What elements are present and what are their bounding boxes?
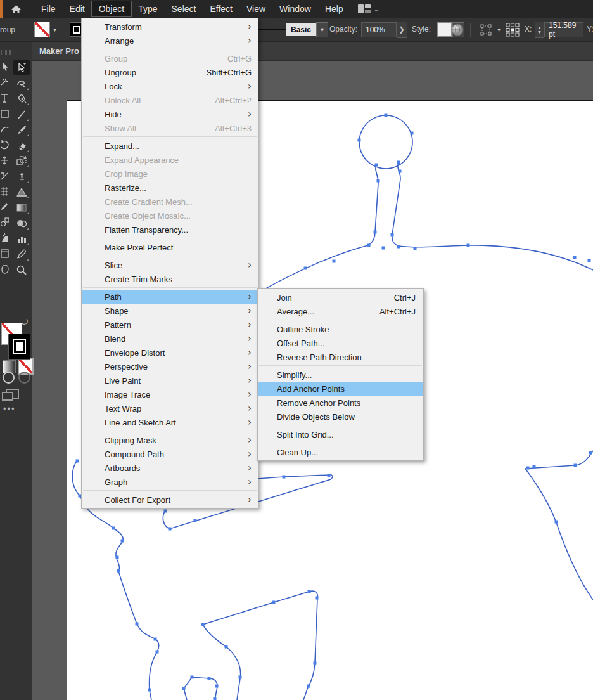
anchor-point[interactable] <box>574 464 577 467</box>
anchor-point[interactable] <box>239 676 242 679</box>
anchor-point[interactable] <box>164 510 167 513</box>
anchor-point[interactable] <box>208 677 211 680</box>
vector-path-segment[interactable] <box>392 162 593 270</box>
object-menu-item-create-trim-marks[interactable]: Create Trim Marks <box>82 272 258 286</box>
vector-path-segment[interactable] <box>247 164 378 299</box>
object-menu-item-perspective[interactable]: Perspective› <box>82 360 258 373</box>
panel-grip[interactable] <box>1 50 11 55</box>
anchor-point[interactable] <box>375 164 378 167</box>
anchor-point[interactable] <box>397 161 400 164</box>
anchor-point[interactable] <box>191 676 194 679</box>
style-swatch[interactable] <box>437 22 452 37</box>
home-icon[interactable] <box>3 0 29 18</box>
hand-tool[interactable] <box>0 262 10 277</box>
screen-mode-icon[interactable] <box>2 389 17 400</box>
object-menu-item-arrange[interactable]: Arrange› <box>82 34 258 48</box>
stroke-swatch[interactable] <box>8 334 30 360</box>
path-submenu-item-remove-anchor-points[interactable]: Remove Anchor Points <box>258 396 423 410</box>
anchor-point[interactable] <box>377 179 380 183</box>
line-segment-tool[interactable] <box>13 107 30 122</box>
object-menu-item-make-pixel-perfect[interactable]: Make Pixel Perfect <box>82 240 258 254</box>
anchor-point[interactable] <box>382 247 385 250</box>
anchor-point[interactable] <box>414 247 417 250</box>
object-menu-item-lock[interactable]: Lock› <box>82 79 258 93</box>
swap-fill-stroke-icon[interactable]: ⤾ <box>22 318 28 327</box>
anchor-point[interactable] <box>116 556 119 559</box>
object-menu-item-show-all[interactable]: Show AllAlt+Ctrl+3 <box>82 121 258 135</box>
anchor-point[interactable] <box>397 245 400 249</box>
anchor-point[interactable] <box>314 662 317 665</box>
object-menu-item-flatten-transparency[interactable]: Flatten Transparency... <box>82 223 258 237</box>
vector-path-segment[interactable] <box>525 469 593 600</box>
anchor-point[interactable] <box>308 590 311 593</box>
chevron-right-icon[interactable]: ❯ <box>397 22 407 38</box>
vector-path-segment[interactable] <box>359 115 412 169</box>
anchor-point[interactable] <box>588 259 591 262</box>
rectangle-tool[interactable] <box>0 107 10 122</box>
anchor-point[interactable] <box>374 231 377 234</box>
object-menu-item-create-gradient-mesh[interactable]: Create Gradient Mesh... <box>82 195 258 209</box>
anchor-point[interactable] <box>467 244 470 247</box>
menubar-item-window[interactable]: Window <box>272 1 318 16</box>
menubar-item-object[interactable]: Object <box>92 1 131 16</box>
opacity-input[interactable]: 100% <box>361 22 397 37</box>
path-submenu-item-simplify[interactable]: Simplify... <box>258 368 423 382</box>
anchor-point[interactable] <box>182 687 186 690</box>
anchor-point[interactable] <box>225 645 228 649</box>
anchor-point[interactable] <box>283 476 286 479</box>
menubar-item-type[interactable]: Type <box>131 1 164 16</box>
shape-builder-tool[interactable] <box>13 216 30 230</box>
anchor-point[interactable] <box>121 540 124 543</box>
anchor-point[interactable] <box>533 465 536 469</box>
object-menu-item-slice[interactable]: Slice› <box>82 258 258 272</box>
anchor-point[interactable] <box>399 170 402 173</box>
eraser-tool[interactable] <box>13 138 30 153</box>
menubar-item-select[interactable]: Select <box>165 1 203 16</box>
object-menu-item-path[interactable]: Path› <box>82 290 258 304</box>
object-menu-item-shape[interactable]: Shape› <box>82 304 258 318</box>
object-menu-item-expand[interactable]: Expand... <box>82 139 258 153</box>
path-submenu-item-outline-stroke[interactable]: Outline Stroke <box>258 322 423 336</box>
curvature-tool[interactable] <box>13 76 30 91</box>
eyedropper-tool[interactable] <box>0 200 10 215</box>
object-menu-item-group[interactable]: GroupCtrl+G <box>82 51 258 65</box>
path-submenu-item-clean-up[interactable]: Clean Up... <box>258 445 423 459</box>
opacity-control[interactable]: 100% ❯ <box>361 18 407 41</box>
anchor-point[interactable] <box>573 256 577 259</box>
anchor-point[interactable] <box>367 244 371 247</box>
path-submenu-item-split-into-grid[interactable]: Split Into Grid... <box>258 427 423 441</box>
object-menu-item-graph[interactable]: Graph› <box>82 475 258 489</box>
gradient-tool[interactable] <box>13 200 30 215</box>
anchor-point[interactable] <box>76 460 79 463</box>
anchor-point[interactable] <box>117 569 120 573</box>
vector-path-segment[interactable] <box>203 625 241 700</box>
type-tool[interactable] <box>0 91 10 106</box>
scale-tool[interactable] <box>13 153 30 168</box>
menubar-item-edit[interactable]: Edit <box>63 1 92 16</box>
anchor-point[interactable] <box>555 521 558 524</box>
object-menu-item-unlock-all[interactable]: Unlock AllAlt+Ctrl+2 <box>82 93 258 107</box>
anchor-point[interactable] <box>391 233 394 237</box>
object-menu-item-clipping-mask[interactable]: Clipping Mask› <box>82 433 258 447</box>
rotate-tool[interactable] <box>0 138 10 153</box>
reference-point-grid-icon[interactable] <box>506 18 520 41</box>
brush-definition-value[interactable]: Basic <box>286 23 316 36</box>
path-submenu-item-average[interactable]: Average...Alt+Ctrl+J <box>258 304 423 318</box>
object-menu-item-collect-for-export[interactable]: Collect For Export› <box>82 493 258 507</box>
path-submenu-item-join[interactable]: JoinCtrl+J <box>258 290 423 304</box>
bounding-box-icon[interactable]: ▾ <box>480 18 501 41</box>
mesh-tool[interactable] <box>0 185 10 199</box>
stroke-weight-preview[interactable] <box>256 18 286 41</box>
object-menu-item-hide[interactable]: Hide› <box>82 107 258 121</box>
object-menu-item-envelope-distort[interactable]: Envelope Distort› <box>82 346 258 360</box>
vector-path-segment[interactable] <box>184 677 217 700</box>
shaper-tool[interactable] <box>0 122 10 137</box>
path-submenu-item-reverse-path-direction[interactable]: Reverse Path Direction <box>258 350 423 364</box>
magic-wand-tool[interactable] <box>0 76 10 91</box>
opacity-label[interactable]: Opacity: <box>329 18 357 41</box>
chevron-down-icon[interactable]: ▼ <box>316 22 328 37</box>
anchor-point[interactable] <box>194 519 197 522</box>
anchor-point[interactable] <box>589 451 592 455</box>
anchor-point[interactable] <box>333 260 336 263</box>
object-menu-item-text-wrap[interactable]: Text Wrap› <box>82 401 258 415</box>
